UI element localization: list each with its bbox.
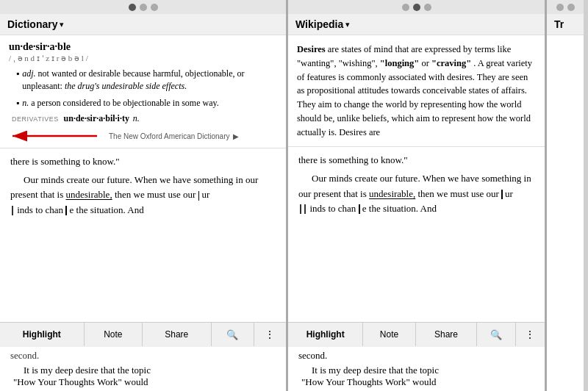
- dict-pos-2: n.: [22, 98, 29, 108]
- wiki-book-p2: Our minds create our future. When we hav…: [298, 171, 534, 201]
- dictionary-panel: Dictionary ▾ un·de·sir·a·ble / ˌ ə n d ɪ…: [0, 0, 287, 391]
- wiki-cursor-1: [501, 190, 503, 199]
- dict-entries: ▪ adj. not wanted or desirable because h…: [9, 68, 277, 110]
- wiki-content: Desires are states of mind that are expr…: [288, 35, 545, 147]
- wiki-cursor-3: [304, 204, 306, 214]
- dict-entry-2: ▪ n. a person considered to be objection…: [16, 97, 277, 110]
- dict-pronunciation: / ˌ ə n d ɪ ˈ z ɪ r ə b ə l /: [9, 54, 277, 63]
- note-button[interactable]: Note: [85, 323, 143, 346]
- dict-headword: un·de·sir·a·ble: [9, 41, 277, 53]
- bullet-1: ▪: [16, 68, 19, 93]
- dict-entry-1: ▪ adj. not wanted or desirable because h…: [16, 68, 277, 93]
- dict-entry-1-text: adj. not wanted or desirable because har…: [22, 68, 277, 93]
- dict-entry-2-text: n. a person considered to be objectionab…: [22, 97, 218, 110]
- wiki-book-text-bottom: second.: [298, 350, 534, 362]
- third-panel: Tr: [547, 0, 584, 391]
- dict-panel-dots: [0, 0, 286, 14]
- dot-1: [129, 4, 136, 11]
- word-underline-2: undesirable,: [369, 188, 415, 199]
- wiki-book-content: there is something to know." Our minds c…: [288, 147, 545, 322]
- dict-source-text: The New Oxford American Dictionary ▶: [109, 132, 239, 140]
- dict-book-content-bottom: second. It is my deep desire that the to…: [0, 346, 286, 391]
- dict-def-2: a person considered to be objectionable …: [31, 98, 218, 108]
- dict-pos-1: adj.: [22, 68, 35, 79]
- highlight-button[interactable]: Highlight: [0, 323, 85, 346]
- deriv-suffix: n.: [133, 113, 140, 123]
- wiki-highlight-button[interactable]: Highlight: [288, 323, 363, 346]
- dict-derivatives: DERIVATIVES un·de·sir·a·bil·i·ty n.: [9, 113, 277, 124]
- book-text-p3: inds to chan e the situation. And: [10, 203, 276, 218]
- book-text-p2: Our minds create our future. When we hav…: [10, 173, 276, 202]
- cursor-3: [65, 206, 67, 215]
- wiki-book-text-p4: It is my deep desire that the topic: [298, 365, 534, 376]
- wiki-panel-arrow: ▾: [345, 20, 350, 29]
- book-text-p4: It is my deep desire that the topic: [10, 365, 276, 376]
- dict-panel-header[interactable]: Dictionary ▾: [0, 14, 286, 35]
- search-button[interactable]: 🔍: [212, 323, 254, 346]
- wiki-book-p3: inds to chan e the situation. And: [298, 201, 534, 216]
- wiki-dot-3: [424, 4, 431, 11]
- dict-action-toolbar: Highlight Note Share 🔍 ⋮: [0, 322, 286, 346]
- wiki-book-text-p5: "How Your Thoughts Work" would: [298, 376, 534, 388]
- dict-popup: un·de·sir·a·ble / ˌ ə n d ɪ ˈ z ɪ r ə b …: [0, 35, 286, 148]
- panels-row: Dictionary ▾ un·de·sir·a·ble / ˌ ə n d ɪ…: [0, 0, 588, 391]
- third-dot-1: [556, 4, 564, 11]
- dict-book-content: there is something to know." Our minds c…: [0, 148, 286, 322]
- wiki-more-button[interactable]: ⋮: [516, 323, 545, 346]
- wiki-note-button[interactable]: Note: [363, 323, 415, 346]
- third-panel-title: Tr: [554, 18, 564, 30]
- wiki-share-button[interactable]: Share: [416, 323, 478, 346]
- book-text-p5: "How Your Thoughts Work" would: [10, 376, 276, 388]
- wiki-dot-2: [413, 4, 420, 11]
- dict-panel-title: Dictionary: [7, 18, 57, 30]
- dot-2: [140, 4, 147, 11]
- wiki-panel-title: Wikipedia: [295, 18, 343, 30]
- book-text-p1: there is something to know.": [10, 154, 276, 169]
- wiki-bold-longing: "longing": [380, 58, 419, 68]
- wiki-panel-dots: [288, 0, 545, 14]
- more-button[interactable]: ⋮: [254, 323, 286, 346]
- app-container: Dictionary ▾ un·de·sir·a·ble / ˌ ə n d ɪ…: [0, 0, 588, 391]
- third-panel-header: Tr: [547, 14, 584, 35]
- share-button[interactable]: Share: [143, 323, 211, 346]
- dict-panel-arrow: ▾: [60, 20, 64, 29]
- wiki-text: Desires are states of mind that are expr…: [297, 43, 536, 139]
- wiki-action-toolbar: Highlight Note Share 🔍 ⋮: [288, 322, 545, 346]
- bullet-2: ▪: [16, 97, 19, 110]
- wiki-cursor-4: [359, 204, 360, 214]
- wikipedia-panel: Wikipedia ▾ Desires are states of mind t…: [288, 0, 545, 391]
- dict-example-1: the drug's undesirable side effects.: [65, 81, 187, 91]
- wiki-book-content-bottom: second. It is my deep desire that the to…: [288, 346, 545, 391]
- wiki-panel-header[interactable]: Wikipedia ▾: [288, 14, 545, 35]
- third-panel-content: [547, 35, 584, 391]
- wiki-bold-craving: "craving": [431, 58, 471, 68]
- deriv-label: DERIVATIVES: [12, 115, 59, 123]
- wiki-bold-desires: Desires: [297, 44, 326, 54]
- cursor-1: [198, 191, 200, 201]
- third-dot-2: [567, 4, 575, 11]
- third-panel-dots: [547, 0, 584, 14]
- wiki-cursor-2: [300, 204, 301, 214]
- wiki-search-button[interactable]: 🔍: [477, 323, 516, 346]
- dict-source-row: The New Oxford American Dictionary ▶: [9, 129, 277, 143]
- red-arrow-icon: [9, 129, 104, 143]
- cursor-2: [12, 206, 13, 215]
- word-underline-1: undesirable,: [65, 189, 112, 200]
- wiki-book-p1: there is something to know.": [298, 153, 534, 168]
- wiki-dot-1: [402, 4, 409, 11]
- book-text-bottom: second.: [10, 350, 276, 362]
- deriv-word: un·de·sir·a·bil·i·ty: [64, 113, 129, 123]
- dot-3: [151, 4, 158, 11]
